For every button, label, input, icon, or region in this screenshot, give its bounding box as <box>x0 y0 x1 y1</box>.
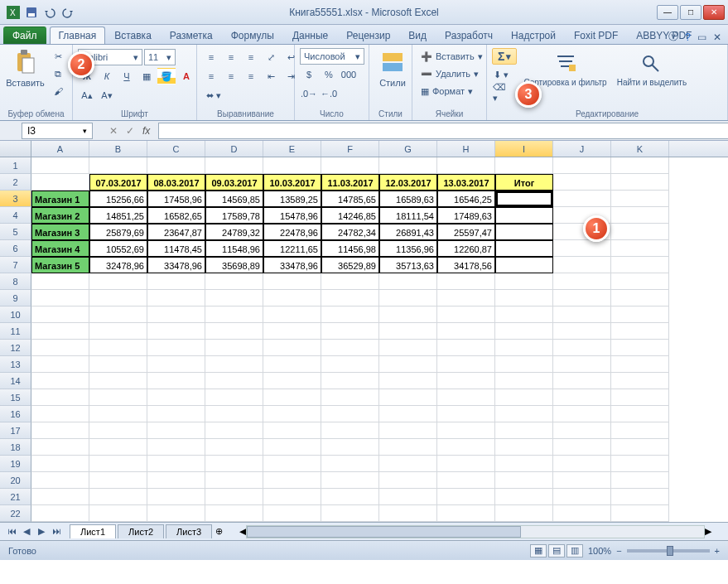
enter-formula-icon[interactable]: ✓ <box>126 125 134 137</box>
cell[interactable] <box>553 356 611 373</box>
cell[interactable] <box>495 505 553 522</box>
cancel-formula-icon[interactable]: ✕ <box>109 125 118 137</box>
window-restore-icon[interactable]: ▭ <box>697 31 706 43</box>
cell[interactable] <box>321 406 379 422</box>
cell[interactable] <box>205 389 263 406</box>
cell[interactable] <box>611 406 669 422</box>
cell[interactable] <box>553 389 611 406</box>
row-header[interactable]: 13 <box>0 356 31 373</box>
cell[interactable] <box>611 472 669 489</box>
col-header-J[interactable]: J <box>553 141 611 157</box>
col-header-I[interactable]: I <box>495 141 553 157</box>
cell[interactable]: 17589,78 <box>205 207 263 224</box>
cell[interactable] <box>205 157 263 174</box>
cell[interactable]: 15256,66 <box>89 191 147 207</box>
cell[interactable] <box>205 406 263 422</box>
cell[interactable] <box>553 406 611 422</box>
italic-button[interactable]: К <box>98 68 116 84</box>
tab-view[interactable]: Вид <box>399 27 436 44</box>
tab-formulas[interactable]: Формулы <box>222 27 283 44</box>
cell[interactable] <box>147 456 205 472</box>
row-header[interactable]: 12 <box>0 340 31 356</box>
cell[interactable] <box>611 306 669 323</box>
cell[interactable] <box>263 157 321 174</box>
cell[interactable] <box>553 273 611 290</box>
cell[interactable] <box>321 306 379 323</box>
cell[interactable] <box>31 472 89 489</box>
sheet-tab-3[interactable]: Лист3 <box>166 524 212 538</box>
cell[interactable] <box>263 340 321 356</box>
align-center-button[interactable]: ≡ <box>222 68 240 84</box>
comma-button[interactable]: 000 <box>340 66 358 83</box>
cell[interactable]: 16582,65 <box>147 207 205 224</box>
row-header[interactable]: 15 <box>0 389 31 406</box>
cell[interactable]: 35698,89 <box>205 257 263 273</box>
cell[interactable] <box>437 505 495 522</box>
cell[interactable] <box>263 489 321 505</box>
cell[interactable]: 12211,65 <box>263 240 321 257</box>
cell[interactable] <box>611 456 669 472</box>
cell[interactable] <box>321 505 379 522</box>
cell[interactable] <box>147 306 205 323</box>
zoom-out-button[interactable]: − <box>616 546 621 556</box>
cell[interactable] <box>611 191 669 207</box>
cell[interactable] <box>437 472 495 489</box>
col-header-B[interactable]: B <box>89 141 147 157</box>
cell[interactable]: 14851,25 <box>89 207 147 224</box>
workbook-close-icon[interactable]: ✕ <box>713 31 721 43</box>
cell[interactable] <box>89 406 147 422</box>
new-sheet-icon[interactable]: ⊕ <box>215 526 223 537</box>
cell[interactable] <box>147 373 205 389</box>
cell[interactable] <box>89 422 147 439</box>
decrease-indent-button[interactable]: ⇤ <box>262 68 280 84</box>
cell[interactable] <box>553 191 611 207</box>
cell[interactable] <box>147 505 205 522</box>
cell[interactable] <box>321 273 379 290</box>
cell[interactable] <box>437 340 495 356</box>
cell[interactable] <box>611 439 669 456</box>
sheet-first-icon[interactable]: ⏮ <box>5 526 18 537</box>
shrink-font-button[interactable]: A▾ <box>98 87 116 104</box>
cut-icon[interactable]: ✂ <box>49 48 67 65</box>
cell[interactable] <box>89 323 147 340</box>
cell[interactable] <box>89 340 147 356</box>
row-header[interactable]: 3 <box>0 191 31 207</box>
cell[interactable] <box>321 290 379 306</box>
cell[interactable] <box>553 489 611 505</box>
align-middle-button[interactable]: ≡ <box>222 49 240 65</box>
cell[interactable] <box>553 373 611 389</box>
cell[interactable] <box>379 323 437 340</box>
cell[interactable] <box>31 489 89 505</box>
cell[interactable]: Магазин 3 <box>31 224 89 240</box>
cell[interactable] <box>263 306 321 323</box>
cell[interactable] <box>437 356 495 373</box>
col-header-A[interactable]: A <box>31 141 89 157</box>
cell[interactable] <box>31 389 89 406</box>
cell[interactable]: 26891,43 <box>379 224 437 240</box>
cell[interactable] <box>205 489 263 505</box>
cell[interactable]: 17458,96 <box>147 191 205 207</box>
cell[interactable] <box>89 373 147 389</box>
cell[interactable] <box>379 306 437 323</box>
format-cells-button[interactable]: ▦Формат ▾ <box>417 83 476 99</box>
cell[interactable]: 14246,85 <box>321 207 379 224</box>
cell[interactable] <box>495 290 553 306</box>
cell[interactable] <box>147 472 205 489</box>
cell[interactable] <box>205 472 263 489</box>
cell[interactable]: 11548,96 <box>205 240 263 257</box>
cell[interactable] <box>205 356 263 373</box>
cell[interactable] <box>147 323 205 340</box>
row-header[interactable]: 18 <box>0 439 31 456</box>
cell[interactable] <box>89 157 147 174</box>
minimize-button[interactable]: — <box>657 5 678 20</box>
cell[interactable] <box>553 174 611 191</box>
page-break-view-icon[interactable]: ▥ <box>566 544 583 557</box>
underline-button[interactable]: Ч <box>118 68 136 84</box>
cell[interactable] <box>553 323 611 340</box>
cell[interactable] <box>495 422 553 439</box>
cell[interactable]: 25597,47 <box>437 224 495 240</box>
tab-layout[interactable]: Разметка <box>161 27 222 44</box>
col-header-E[interactable]: E <box>263 141 321 157</box>
cell[interactable] <box>31 340 89 356</box>
cell[interactable] <box>553 257 611 273</box>
